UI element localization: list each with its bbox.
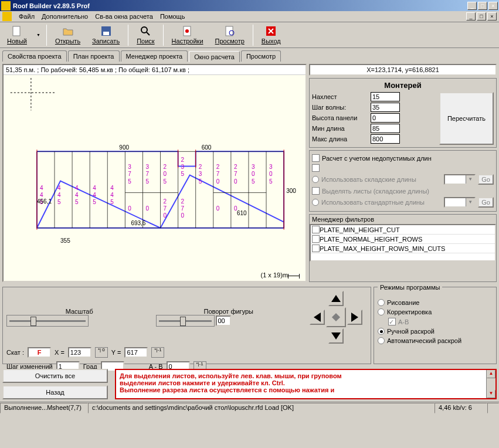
tab-calc-window[interactable]: Окно расчета [189,51,240,62]
clear-all-button[interactable]: Очистить все [2,369,108,383]
opt1-label: Расчет с учетом недопустимых длин [322,155,432,162]
svg-text:3: 3 [269,164,273,170]
menu-props[interactable]: Св-ва окна расчета [95,13,153,20]
svg-text:4: 4 [110,192,114,198]
svg-text:4: 4 [75,192,79,198]
scale-slider[interactable] [6,315,89,327]
menu-bar: Файл Дополнительно Св-ва окна расчета По… [0,11,499,22]
tab-project-props[interactable]: Свойства проекта [2,50,67,62]
scale-label: Масштаб [66,308,93,315]
mode-auto-radio[interactable] [378,337,385,344]
svg-text:7: 7 [145,171,149,177]
mode-draw-radio[interactable] [378,299,385,306]
svg-rect-0 [13,26,20,36]
minlen-input[interactable] [371,124,400,133]
diamond-icon [330,311,342,323]
rotate-slider[interactable] [156,315,215,327]
skat-input[interactable] [28,347,51,358]
svg-text:4: 4 [93,192,96,198]
filter1-checkbox[interactable] [312,226,320,233]
tab-project-manager[interactable]: Менеджер проекта [121,50,188,62]
status-progress: Выполнение...Msheet(7,7) [0,403,88,413]
svg-text:0: 0 [164,212,167,219]
mode-manual-radio[interactable] [378,328,385,335]
filter3-label: PLATE_MAX_HEIGHT_ROWS_MIN_CUTS [320,245,445,252]
svg-text:4: 4 [75,185,79,191]
overlap-input[interactable] [371,92,400,101]
tab-project-plan[interactable]: План проекта [68,50,120,62]
status-size: 4,46 kb/v: 6 [434,403,487,413]
recalc-button[interactable]: Пересчитать [439,92,494,145]
maximize-button[interactable]: □ [478,2,487,10]
hint-scrollbar[interactable]: ▲ ▼ [486,370,495,398]
nav-down-button[interactable] [328,328,344,344]
minimize-button[interactable]: _ [467,2,477,10]
svg-text:0: 0 [252,171,255,177]
controls-panel: Масштаб Поворот фигуры Скат : X = [2,287,371,364]
svg-text:2: 2 [234,164,237,170]
panel-title: Монтерей [312,81,494,90]
skat-label: Скат : [6,349,24,356]
child-minimize-button[interactable]: _ [466,12,476,21]
tab-preview[interactable]: Просмотр [241,50,281,62]
svg-text:5: 5 [110,199,114,205]
status-path: c:\documents and settings\mdinc\рабочий … [88,403,434,413]
new-dropdown-icon[interactable]: ▼ [35,33,42,37]
save-icon [100,25,112,37]
filter2-checkbox[interactable] [312,235,320,243]
settings-button[interactable]: Настройки [168,24,207,46]
drawing-canvas[interactable]: 445 445 445 445 445 3750 3750 205 270 23… [4,75,305,281]
nav-up-button[interactable] [328,291,344,306]
opt1-checkbox[interactable] [312,154,320,162]
exit-button[interactable]: Выход [258,24,284,46]
rotate-value[interactable] [216,315,231,326]
rotate-label: Поворот фигуры [203,308,253,315]
hint-line-2: выделении листов нажмите и удерживайте к… [120,379,492,386]
svg-text:3: 3 [128,164,131,170]
filter3-checkbox[interactable] [312,245,320,252]
filter-list[interactable]: PLATE_MIN_HEIGHT_CUT PLATE_NORMAL_HEIGHT… [310,224,496,262]
y-input[interactable] [124,347,148,358]
opt4-radio [312,199,319,206]
nav-left-button[interactable] [310,310,325,325]
opt2-go-button: Go [478,174,494,185]
svg-text:4: 4 [40,185,43,191]
height-input[interactable] [371,113,400,123]
arrow-left-icon [314,313,321,322]
minlen-label: Мин длина [312,125,371,132]
app-icon [1,1,11,11]
mode-correct-radio[interactable] [378,308,385,315]
close-button[interactable]: × [488,2,498,10]
title-bar: Roof Builder v2.89.5 Prof _ □ × [0,0,499,11]
svg-point-6 [185,29,189,33]
child-maximize-button[interactable]: □ [477,12,486,21]
menu-file[interactable]: Файл [19,13,35,20]
opt3-checkbox [312,187,320,195]
app-menu-icon[interactable] [2,12,12,21]
wave-input[interactable] [371,103,400,112]
nav-right-button[interactable] [347,310,362,325]
y-set-button[interactable]: *|-1 [151,347,164,358]
preview-button[interactable]: Просмотр [212,24,248,46]
save-button[interactable]: Записать [89,24,123,46]
opt-extra-checkbox[interactable] [312,164,320,172]
opt4-combo: ▼ [444,197,476,208]
nav-center-button[interactable] [326,307,346,327]
menu-extra[interactable]: Дополнительно [42,13,88,20]
toolbar: Новый ▼ Открыть Записать Поиск Настройки… [0,22,499,48]
child-close-button[interactable]: × [487,12,497,21]
maxlen-input[interactable] [371,134,400,144]
filter2-label: PLATE_NORMAL_HEIGHT_ROWS [320,236,422,243]
mode-auto-label: Автоматический раскрой [387,337,461,344]
search-button[interactable]: Поиск [133,24,158,46]
svg-text:610: 610 [237,210,247,216]
back-button[interactable]: Назад [2,385,108,399]
new-button[interactable]: Новый [4,24,30,46]
x-set-button[interactable]: *| 0 [95,347,108,358]
svg-text:7: 7 [128,171,131,177]
open-button[interactable]: Открыть [52,24,84,46]
filter-title: Менеджер фильтров [310,215,496,224]
svg-text:7: 7 [181,205,185,212]
menu-help[interactable]: Помощь [160,13,185,20]
x-input[interactable] [68,347,91,358]
